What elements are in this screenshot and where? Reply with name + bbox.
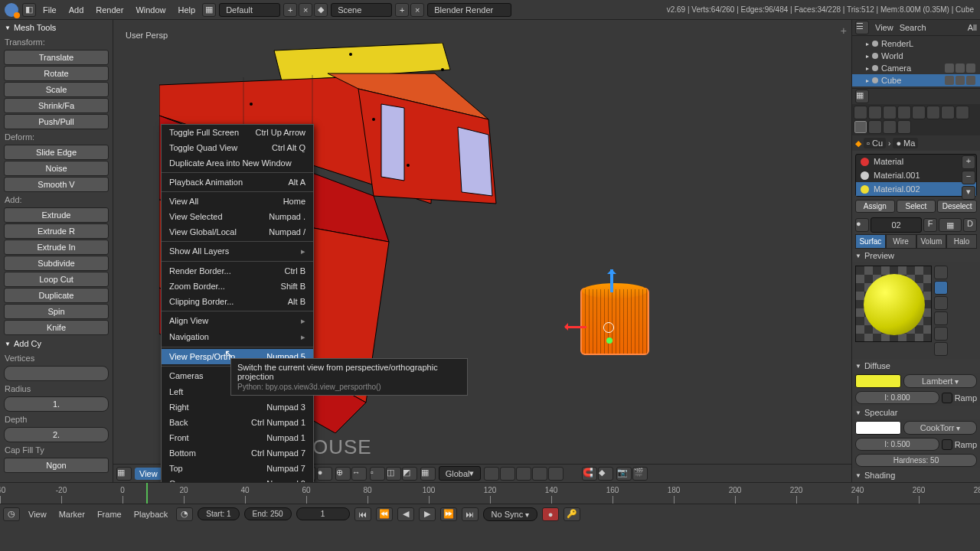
outliner-item[interactable]: ▸World bbox=[852, 50, 980, 62]
keying-set-icon[interactable]: 🔑 bbox=[564, 507, 580, 521]
volume-tab[interactable]: Volum bbox=[916, 234, 947, 249]
shrink-fatten-button[interactable]: Shrink/Fa bbox=[4, 98, 109, 113]
specular-header[interactable]: Specular bbox=[852, 406, 980, 419]
viewport-3d[interactable]: User Persp + bbox=[113, 20, 851, 482]
view-menu-item[interactable]: View AllHome bbox=[162, 194, 313, 209]
editor-type-icon[interactable]: ▦ bbox=[116, 467, 132, 481]
keyframe-next-icon[interactable]: ⏩ bbox=[440, 507, 457, 521]
material-slot-list[interactable]: MaterialMaterial.001Material.002 bbox=[855, 154, 977, 197]
material-remove-icon[interactable]: − bbox=[962, 171, 975, 184]
slide-edge-button[interactable]: Slide Edge bbox=[4, 145, 109, 160]
rotate-button[interactable]: Rotate bbox=[4, 66, 109, 81]
constraints-tab-icon[interactable] bbox=[926, 106, 940, 119]
render-engine-dropdown[interactable]: Blender Render bbox=[427, 3, 511, 17]
scene-add-icon[interactable]: + bbox=[395, 3, 409, 17]
breadcrumb-object[interactable]: ▫ Cu bbox=[864, 138, 886, 148]
diffuse-intensity-field[interactable]: I: 0.800 bbox=[855, 391, 939, 404]
diffuse-ramp-checkbox[interactable] bbox=[942, 393, 952, 403]
material-slot[interactable]: Material bbox=[856, 155, 976, 168]
end-frame-field[interactable]: End: 250 bbox=[244, 507, 292, 520]
extrude-individual-button[interactable]: Extrude In bbox=[4, 240, 109, 255]
layer-button[interactable] bbox=[516, 467, 531, 481]
smooth-vertex-button[interactable]: Smooth V bbox=[4, 177, 109, 192]
halo-tab[interactable]: Halo bbox=[946, 234, 977, 249]
texture-tab-icon[interactable] bbox=[868, 120, 882, 134]
surface-tab[interactable]: Surfac bbox=[855, 234, 886, 249]
timeline-menu-view[interactable]: View bbox=[24, 510, 51, 519]
use-preview-range-icon[interactable]: ◔ bbox=[176, 507, 193, 521]
outliner-item[interactable]: ▸Camera bbox=[852, 62, 980, 74]
render-tab-icon[interactable] bbox=[854, 106, 867, 119]
specular-ramp-checkbox[interactable] bbox=[942, 439, 952, 450]
preview-cube-icon[interactable] bbox=[934, 296, 948, 310]
shading-solid-icon[interactable]: ● bbox=[317, 467, 332, 481]
current-frame-field[interactable]: 1 bbox=[296, 507, 350, 520]
scene-dropdown[interactable]: Scene bbox=[331, 3, 392, 17]
material-link-icon[interactable]: ● bbox=[855, 218, 869, 232]
preview-monkey-icon[interactable] bbox=[934, 311, 948, 325]
hardness-field[interactable]: Hardness: 50 bbox=[855, 454, 977, 467]
deselect-button[interactable]: Deselect bbox=[937, 200, 977, 213]
opengl-render-icon[interactable]: 📷 bbox=[616, 467, 632, 481]
layer-button[interactable] bbox=[532, 467, 547, 481]
fake-user-button[interactable]: F bbox=[923, 218, 937, 232]
assign-button[interactable]: Assign bbox=[855, 200, 895, 213]
timeline-editor-icon[interactable]: ◷ bbox=[3, 507, 20, 521]
modifiers-tab-icon[interactable] bbox=[941, 106, 955, 119]
view-menu-item[interactable]: Toggle Quad ViewCtrl Alt Q bbox=[162, 140, 313, 155]
vertices-field[interactable] bbox=[4, 366, 109, 381]
layers-tab-icon[interactable] bbox=[868, 106, 882, 119]
outliner-editor-icon[interactable]: ☰ bbox=[855, 21, 869, 34]
keyframe-prev-icon[interactable]: ⏪ bbox=[376, 507, 393, 521]
orientation-dropdown[interactable]: Global ▾ bbox=[439, 466, 482, 481]
play-reverse-icon[interactable]: ◀ bbox=[397, 507, 414, 521]
current-frame-indicator[interactable] bbox=[146, 483, 148, 504]
jump-end-icon[interactable]: ⏭ bbox=[462, 507, 479, 521]
shading-header[interactable]: Shading bbox=[852, 468, 980, 482]
menu-help[interactable]: Help bbox=[172, 5, 202, 15]
face-select-icon[interactable]: ◩ bbox=[402, 467, 417, 481]
view-menu-item[interactable]: RightNumpad 3 bbox=[162, 399, 313, 415]
snap-element-icon[interactable]: ◆ bbox=[598, 467, 613, 481]
capfill-dropdown[interactable]: Ngon bbox=[4, 458, 109, 473]
view-menu-item[interactable]: FrontNumpad 1 bbox=[162, 430, 313, 445]
preview-sphere-icon[interactable] bbox=[934, 281, 948, 295]
jump-start-icon[interactable]: ⏮ bbox=[354, 507, 371, 521]
screen-layout-icon[interactable]: ▦ bbox=[202, 3, 216, 17]
material-slot[interactable]: Material.002 bbox=[856, 182, 976, 196]
view-menu-item[interactable]: Render Border...Ctrl B bbox=[162, 263, 313, 279]
duplicate-button[interactable]: Duplicate bbox=[4, 288, 109, 303]
view-menu-item[interactable]: TopNumpad 7 bbox=[162, 461, 313, 476]
material-name-field[interactable]: 02 bbox=[871, 217, 922, 233]
outliner-view-menu[interactable]: View bbox=[875, 23, 893, 32]
outliner-item[interactable]: ▸RenderL bbox=[852, 37, 980, 50]
view-menu-item[interactable]: Clipping Border...Alt B bbox=[162, 294, 313, 309]
translate-button[interactable]: Translate bbox=[4, 50, 109, 65]
world-tab-icon[interactable] bbox=[897, 106, 911, 119]
view-menu-item[interactable]: Show All Layers▸ bbox=[162, 243, 313, 259]
sync-mode-dropdown[interactable]: No Sync ▾ bbox=[483, 507, 537, 521]
scene-remove-icon[interactable]: × bbox=[410, 3, 424, 17]
scene-tab-icon[interactable] bbox=[883, 106, 897, 119]
auto-keyframe-icon[interactable]: ● bbox=[542, 507, 559, 521]
particles-tab-icon[interactable] bbox=[883, 120, 897, 134]
outliner-item[interactable]: ▸Cube bbox=[852, 74, 980, 86]
extrude-button[interactable]: Extrude bbox=[4, 207, 109, 223]
material-slot[interactable]: Material.001 bbox=[856, 168, 976, 182]
radius-field[interactable]: 1. bbox=[4, 396, 109, 412]
operator-header[interactable]: Add Cy bbox=[0, 336, 113, 351]
view3d-menu-view[interactable]: View bbox=[135, 468, 162, 480]
outliner-search-menu[interactable]: Search bbox=[900, 23, 926, 32]
view-menu-item[interactable]: BottomCtrl Numpad 7 bbox=[162, 445, 313, 461]
wire-tab[interactable]: Wire bbox=[886, 234, 916, 249]
scale-button[interactable]: Scale bbox=[4, 82, 109, 97]
start-frame-field[interactable]: Start: 1 bbox=[198, 507, 239, 520]
gizmo-x-axis-icon[interactable] bbox=[565, 326, 586, 328]
layer-button[interactable] bbox=[484, 467, 499, 481]
menu-window[interactable]: Window bbox=[129, 5, 172, 15]
view-menu-item[interactable]: Align View▸ bbox=[162, 313, 313, 329]
view-menu-item[interactable]: View Global/LocalNumpad / bbox=[162, 224, 313, 240]
view-menu-item[interactable]: Toggle Full ScreenCtrl Up Arrow bbox=[162, 125, 313, 140]
layout-add-icon[interactable]: + bbox=[283, 3, 297, 17]
pivot-icon[interactable]: ⊕ bbox=[335, 467, 351, 481]
